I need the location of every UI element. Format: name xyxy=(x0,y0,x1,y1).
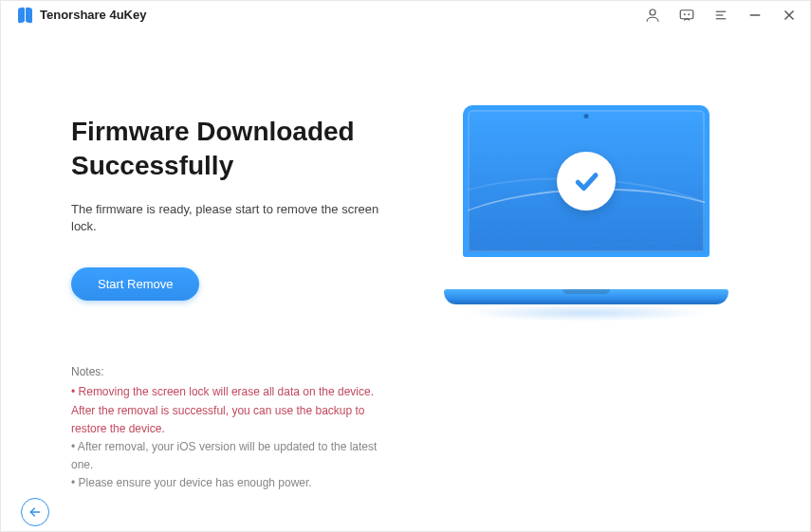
left-column: Firmware Downloaded Successfully The fir… xyxy=(71,115,389,492)
titlebar: Tenorshare 4uKey xyxy=(0,0,811,29)
close-icon[interactable] xyxy=(781,7,798,24)
illustration-area xyxy=(427,105,745,304)
app-window: Tenorshare 4uKey Firmware Downloaded Suc… xyxy=(0,0,811,532)
note-line-3: • Please ensure your device has enough p… xyxy=(71,474,389,492)
laptop-check-illustration xyxy=(444,105,728,304)
app-title: Tenorshare 4uKey xyxy=(40,8,146,22)
notes-block: Notes: • Removing the screen lock will e… xyxy=(71,363,389,492)
feedback-icon[interactable] xyxy=(678,7,695,24)
account-icon[interactable] xyxy=(644,7,661,24)
notes-heading: Notes: xyxy=(71,363,389,381)
page-heading: Firmware Downloaded Successfully xyxy=(71,115,389,184)
main-content: Firmware Downloaded Successfully The fir… xyxy=(0,115,811,492)
titlebar-right xyxy=(644,7,798,24)
minimize-icon[interactable] xyxy=(746,7,764,24)
svg-point-2 xyxy=(684,13,685,14)
app-logo-icon xyxy=(17,8,32,23)
back-button[interactable] xyxy=(21,498,49,526)
svg-point-0 xyxy=(650,9,655,15)
page-subtext: The firmware is ready, please start to r… xyxy=(71,201,389,235)
note-warning: • Removing the screen lock will erase al… xyxy=(71,383,389,438)
start-remove-button[interactable]: Start Remove xyxy=(71,267,199,301)
svg-rect-1 xyxy=(680,9,693,18)
menu-icon[interactable] xyxy=(712,7,729,24)
svg-point-3 xyxy=(689,13,690,14)
titlebar-left: Tenorshare 4uKey xyxy=(17,8,146,23)
checkmark-icon xyxy=(557,152,616,211)
note-line-2: • After removal, your iOS version will b… xyxy=(71,438,389,474)
footer xyxy=(0,493,811,532)
